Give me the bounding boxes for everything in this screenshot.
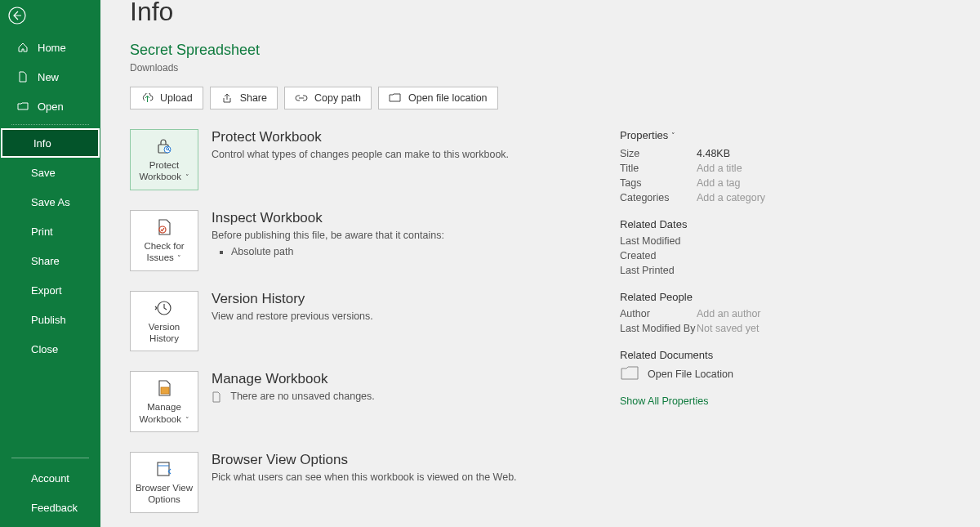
back-button[interactable] — [5, 3, 29, 28]
version-section: Version History Version History View and… — [130, 291, 571, 352]
version-body: Version History View and restore previou… — [212, 291, 373, 322]
related-people-header: Related People — [620, 291, 865, 303]
inspect-item: Absolute path — [231, 246, 444, 257]
browser-desc: Pick what users can see when this workbo… — [212, 471, 517, 483]
nav-save[interactable]: Save — [0, 158, 100, 187]
svg-rect-6 — [161, 387, 169, 394]
related-dates-header: Related Dates — [620, 218, 865, 230]
browser-section: Browser View Options Browser View Option… — [130, 452, 571, 513]
version-title: Version History — [212, 291, 373, 307]
browser-icon — [154, 459, 175, 479]
inspect-title: Inspect Workbook — [212, 210, 444, 226]
protect-workbook-tile[interactable]: Protect Workbook ˅ — [130, 129, 198, 190]
nav-save-as[interactable]: Save As — [0, 187, 100, 217]
lock-icon — [154, 136, 175, 156]
browser-tile-label: Browser View Options — [134, 482, 194, 506]
upload-label: Upload — [160, 92, 193, 104]
inspect-desc: Before publishing this file, be aware th… — [212, 230, 444, 241]
nav-close[interactable]: Close — [0, 334, 100, 364]
copy-path-label: Copy path — [314, 92, 361, 104]
nav-new-label: New — [38, 71, 59, 83]
nav-open-label: Open — [38, 100, 64, 113]
info-sections: Protect Workbook ˅ Protect Workbook Cont… — [130, 129, 571, 527]
nav-publish-label: Publish — [31, 314, 66, 326]
protect-section: Protect Workbook ˅ Protect Workbook Cont… — [130, 129, 571, 190]
nav-close-label: Close — [31, 343, 58, 355]
folder-icon — [389, 92, 402, 105]
nav-share-label: Share — [31, 255, 60, 267]
chevron-down-icon: ˅ — [671, 132, 675, 140]
browser-body: Browser View Options Pick what users can… — [212, 452, 517, 483]
version-history-tile[interactable]: Version History — [130, 291, 198, 352]
manage-icon — [154, 378, 175, 398]
nav-print[interactable]: Print — [0, 217, 100, 246]
inspect-section: Check for Issues ˅ Inspect Workbook Befo… — [130, 210, 571, 271]
manage-section: Manage Workbook ˅ Manage Workbook There … — [130, 371, 571, 432]
prop-modified-by: Last Modified ByNot saved yet — [620, 323, 865, 334]
chevron-down-icon: ˅ — [183, 173, 189, 181]
nav-save-label: Save — [31, 167, 56, 179]
prop-categories[interactable]: CategoriesAdd a category — [620, 192, 865, 203]
related-documents-header: Related Documents — [620, 349, 865, 361]
nav-new[interactable]: New — [0, 62, 100, 92]
nav-save-as-label: Save As — [31, 196, 70, 208]
open-location-button[interactable]: Open file location — [378, 87, 498, 109]
share-label: Share — [240, 92, 267, 104]
protect-tile-label: Protect Workbook — [139, 160, 181, 181]
prop-tags[interactable]: TagsAdd a tag — [620, 177, 865, 189]
manage-desc: There are no unsaved changes. — [212, 391, 375, 403]
history-icon — [154, 298, 175, 318]
version-tile-label: Version History — [134, 321, 194, 345]
nav-account[interactable]: Account — [0, 463, 100, 493]
open-location-label: Open file location — [408, 92, 488, 104]
nav-info[interactable]: Info — [1, 128, 100, 158]
protect-desc: Control what types of changes people can… — [212, 149, 509, 160]
back-arrow-icon — [8, 7, 26, 25]
nav-account-label: Account — [31, 472, 69, 485]
prop-title[interactable]: TitleAdd a title — [620, 163, 865, 174]
chevron-down-icon: ˅ — [176, 254, 182, 262]
home-icon — [16, 41, 29, 54]
chevron-down-icon: ˅ — [183, 416, 189, 424]
protect-title: Protect Workbook — [212, 129, 509, 145]
check-issues-tile[interactable]: Check for Issues ˅ — [130, 210, 198, 271]
action-row: Upload Share Copy path Open file locatio… — [130, 87, 951, 109]
manage-tile-label: Manage Workbook — [139, 402, 181, 423]
nav-export-label: Export — [31, 284, 62, 297]
upload-button[interactable]: Upload — [130, 87, 203, 109]
manage-workbook-tile[interactable]: Manage Workbook ˅ — [130, 371, 198, 432]
protect-body: Protect Workbook Control what types of c… — [212, 129, 509, 160]
show-all-properties-link[interactable]: Show All Properties — [620, 395, 708, 407]
prop-last-modified: Last Modified — [620, 235, 865, 247]
nav-home[interactable]: Home — [0, 33, 100, 62]
link-icon — [295, 92, 308, 105]
page-title: Info — [130, 0, 951, 27]
prop-last-printed: Last Printed — [620, 265, 865, 276]
manage-title: Manage Workbook — [212, 371, 375, 387]
copy-path-button[interactable]: Copy path — [284, 87, 372, 109]
properties-panel: Properties ˅ Size4.48KB TitleAdd a title… — [620, 129, 865, 527]
open-file-location-label: Open File Location — [648, 368, 733, 380]
nav-publish[interactable]: Publish — [0, 305, 100, 334]
file-path: Downloads — [130, 62, 951, 74]
file-name: Secret Spreadsheet — [130, 42, 951, 59]
nav-feedback[interactable]: Feedback — [0, 493, 100, 522]
svg-rect-7 — [158, 462, 169, 476]
prop-size: Size4.48KB — [620, 148, 865, 159]
content-row: Protect Workbook ˅ Protect Workbook Cont… — [130, 129, 951, 527]
properties-dropdown[interactable]: Properties ˅ — [620, 129, 865, 141]
browser-view-tile[interactable]: Browser View Options — [130, 452, 198, 513]
nav-bottom-separator — [11, 458, 89, 458]
nav-export[interactable]: Export — [0, 275, 100, 305]
version-desc: View and restore previous versions. — [212, 310, 373, 322]
new-icon — [16, 70, 29, 83]
share-button[interactable]: Share — [210, 87, 278, 109]
nav-print-label: Print — [31, 226, 53, 238]
prop-author[interactable]: AuthorAdd an author — [620, 308, 865, 319]
upload-icon — [140, 92, 154, 105]
nav-feedback-label: Feedback — [31, 502, 78, 514]
nav-open[interactable]: Open — [0, 92, 100, 121]
nav-share[interactable]: Share — [0, 246, 100, 275]
browser-title: Browser View Options — [212, 452, 517, 468]
open-file-location-link[interactable]: Open File Location — [620, 366, 865, 382]
